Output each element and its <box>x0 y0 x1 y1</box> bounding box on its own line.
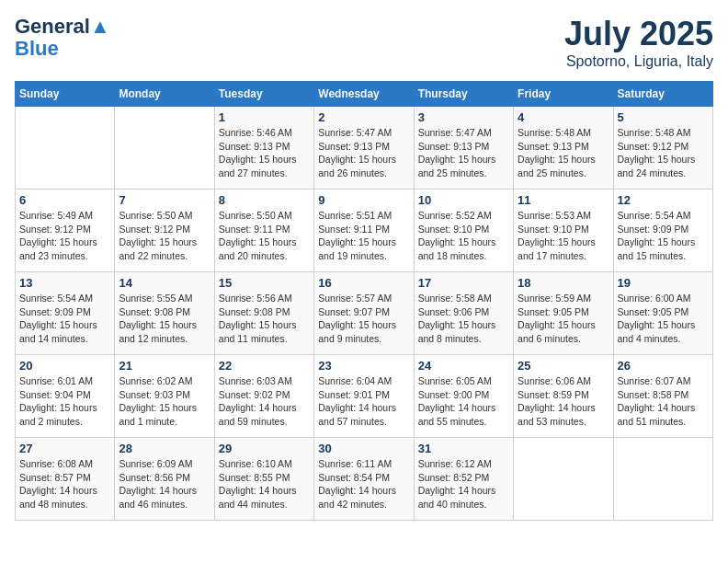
calendar-cell: 14Sunrise: 5:55 AMSunset: 9:08 PMDayligh… <box>115 272 214 355</box>
day-number: 19 <box>618 276 709 290</box>
day-info: Sunrise: 6:04 AMSunset: 9:01 PMDaylight:… <box>318 374 409 429</box>
day-info: Sunrise: 5:54 AMSunset: 9:09 PMDaylight:… <box>618 209 709 263</box>
day-info: Sunrise: 6:03 AMSunset: 9:02 PMDaylight:… <box>219 374 310 429</box>
calendar-cell: 29Sunrise: 6:10 AMSunset: 8:55 PMDayligh… <box>214 438 313 521</box>
calendar-cell: 3Sunrise: 5:47 AMSunset: 9:13 PMDaylight… <box>414 107 513 190</box>
day-number: 12 <box>618 193 709 207</box>
weekday-header-wednesday: Wednesday <box>314 82 414 107</box>
calendar-cell <box>16 107 115 190</box>
day-info: Sunrise: 5:50 AMSunset: 9:11 PMDaylight:… <box>219 209 310 263</box>
day-info: Sunrise: 6:07 AMSunset: 8:58 PMDaylight:… <box>618 374 709 429</box>
calendar-week-row: 1Sunrise: 5:46 AMSunset: 9:13 PMDaylight… <box>16 107 713 190</box>
calendar-week-row: 20Sunrise: 6:01 AMSunset: 9:04 PMDayligh… <box>16 355 713 438</box>
weekday-header-monday: Monday <box>115 82 214 107</box>
day-info: Sunrise: 6:01 AMSunset: 9:04 PMDaylight:… <box>19 374 110 429</box>
weekday-header-tuesday: Tuesday <box>214 82 313 107</box>
day-number: 27 <box>19 442 110 455</box>
day-number: 9 <box>318 193 409 207</box>
calendar-cell <box>613 438 712 521</box>
calendar-cell: 30Sunrise: 6:11 AMSunset: 8:54 PMDayligh… <box>314 438 414 521</box>
day-number: 24 <box>418 359 509 373</box>
calendar-cell: 1Sunrise: 5:46 AMSunset: 9:13 PMDaylight… <box>214 107 313 190</box>
calendar-cell: 18Sunrise: 5:59 AMSunset: 9:05 PMDayligh… <box>514 272 613 355</box>
day-info: Sunrise: 5:48 AMSunset: 9:12 PMDaylight:… <box>618 126 709 180</box>
day-info: Sunrise: 5:51 AMSunset: 9:11 PMDaylight:… <box>318 209 409 263</box>
calendar-cell: 31Sunrise: 6:12 AMSunset: 8:52 PMDayligh… <box>414 438 513 521</box>
day-info: Sunrise: 6:05 AMSunset: 9:00 PMDaylight:… <box>418 374 509 429</box>
day-info: Sunrise: 5:47 AMSunset: 9:13 PMDaylight:… <box>418 126 509 180</box>
calendar-cell <box>514 438 613 521</box>
weekday-header-thursday: Thursday <box>414 82 513 107</box>
day-info: Sunrise: 5:56 AMSunset: 9:08 PMDaylight:… <box>219 292 310 346</box>
day-info: Sunrise: 6:12 AMSunset: 8:52 PMDaylight:… <box>418 457 509 511</box>
day-number: 6 <box>19 193 110 207</box>
day-number: 25 <box>518 359 609 373</box>
day-number: 21 <box>119 359 210 373</box>
day-number: 5 <box>618 110 709 124</box>
day-number: 2 <box>318 110 409 124</box>
calendar-cell: 16Sunrise: 5:57 AMSunset: 9:07 PMDayligh… <box>314 272 414 355</box>
calendar-cell: 22Sunrise: 6:03 AMSunset: 9:02 PMDayligh… <box>214 355 313 438</box>
day-info: Sunrise: 5:46 AMSunset: 9:13 PMDaylight:… <box>219 126 310 180</box>
weekday-header-sunday: Sunday <box>16 82 115 107</box>
day-number: 30 <box>318 442 409 455</box>
calendar-cell: 9Sunrise: 5:51 AMSunset: 9:11 PMDaylight… <box>314 190 414 272</box>
calendar-cell: 25Sunrise: 6:06 AMSunset: 8:59 PMDayligh… <box>514 355 613 438</box>
calendar-cell: 24Sunrise: 6:05 AMSunset: 9:00 PMDayligh… <box>414 355 513 438</box>
calendar-cell: 8Sunrise: 5:50 AMSunset: 9:11 PMDaylight… <box>214 190 313 272</box>
day-info: Sunrise: 6:10 AMSunset: 8:55 PMDaylight:… <box>219 457 310 511</box>
day-number: 26 <box>618 359 709 373</box>
day-info: Sunrise: 6:00 AMSunset: 9:05 PMDaylight:… <box>618 292 709 346</box>
calendar-cell: 11Sunrise: 5:53 AMSunset: 9:10 PMDayligh… <box>514 190 613 272</box>
day-number: 20 <box>19 359 110 373</box>
logo-subtext: Blue <box>15 39 110 59</box>
day-info: Sunrise: 6:02 AMSunset: 9:03 PMDaylight:… <box>119 374 210 429</box>
calendar-cell: 15Sunrise: 5:56 AMSunset: 9:08 PMDayligh… <box>214 272 313 355</box>
day-info: Sunrise: 6:06 AMSunset: 8:59 PMDaylight:… <box>518 374 609 429</box>
calendar-cell: 7Sunrise: 5:50 AMSunset: 9:12 PMDaylight… <box>115 190 214 272</box>
day-info: Sunrise: 5:47 AMSunset: 9:13 PMDaylight:… <box>318 126 409 180</box>
calendar-cell: 20Sunrise: 6:01 AMSunset: 9:04 PMDayligh… <box>16 355 115 438</box>
calendar-cell: 5Sunrise: 5:48 AMSunset: 9:12 PMDaylight… <box>613 107 712 190</box>
day-number: 7 <box>119 193 210 207</box>
day-number: 8 <box>219 193 310 207</box>
day-info: Sunrise: 5:58 AMSunset: 9:06 PMDaylight:… <box>418 292 509 346</box>
day-info: Sunrise: 5:55 AMSunset: 9:08 PMDaylight:… <box>119 292 210 346</box>
logo: General▲ Blue <box>15 15 110 59</box>
day-number: 3 <box>418 110 509 124</box>
calendar-cell: 28Sunrise: 6:09 AMSunset: 8:56 PMDayligh… <box>115 438 214 521</box>
calendar-cell: 26Sunrise: 6:07 AMSunset: 8:58 PMDayligh… <box>613 355 712 438</box>
calendar-cell: 27Sunrise: 6:08 AMSunset: 8:57 PMDayligh… <box>16 438 115 521</box>
logo-text: General▲ <box>15 15 110 39</box>
day-number: 13 <box>19 276 110 290</box>
calendar-cell: 13Sunrise: 5:54 AMSunset: 9:09 PMDayligh… <box>16 272 115 355</box>
calendar-cell: 2Sunrise: 5:47 AMSunset: 9:13 PMDaylight… <box>314 107 414 190</box>
day-number: 31 <box>418 442 509 455</box>
day-number: 10 <box>418 193 509 207</box>
day-info: Sunrise: 5:50 AMSunset: 9:12 PMDaylight:… <box>119 209 210 263</box>
day-number: 14 <box>119 276 210 290</box>
calendar-table: SundayMondayTuesdayWednesdayThursdayFrid… <box>15 81 713 521</box>
day-number: 1 <box>219 110 310 124</box>
day-info: Sunrise: 6:11 AMSunset: 8:54 PMDaylight:… <box>318 457 409 511</box>
calendar-cell: 21Sunrise: 6:02 AMSunset: 9:03 PMDayligh… <box>115 355 214 438</box>
calendar-cell: 23Sunrise: 6:04 AMSunset: 9:01 PMDayligh… <box>314 355 414 438</box>
day-info: Sunrise: 5:48 AMSunset: 9:13 PMDaylight:… <box>518 126 609 180</box>
day-number: 16 <box>318 276 409 290</box>
day-number: 4 <box>518 110 609 124</box>
weekday-header-row: SundayMondayTuesdayWednesdayThursdayFrid… <box>16 82 713 107</box>
calendar-cell: 4Sunrise: 5:48 AMSunset: 9:13 PMDaylight… <box>514 107 613 190</box>
day-info: Sunrise: 5:49 AMSunset: 9:12 PMDaylight:… <box>19 209 110 263</box>
weekday-header-saturday: Saturday <box>613 82 712 107</box>
calendar-week-row: 13Sunrise: 5:54 AMSunset: 9:09 PMDayligh… <box>16 272 713 355</box>
calendar-cell: 10Sunrise: 5:52 AMSunset: 9:10 PMDayligh… <box>414 190 513 272</box>
calendar-week-row: 6Sunrise: 5:49 AMSunset: 9:12 PMDaylight… <box>16 190 713 272</box>
day-number: 23 <box>318 359 409 373</box>
calendar-cell <box>115 107 214 190</box>
day-info: Sunrise: 5:57 AMSunset: 9:07 PMDaylight:… <box>318 292 409 346</box>
day-number: 22 <box>219 359 310 373</box>
day-info: Sunrise: 5:53 AMSunset: 9:10 PMDaylight:… <box>518 209 609 263</box>
calendar-cell: 12Sunrise: 5:54 AMSunset: 9:09 PMDayligh… <box>613 190 712 272</box>
calendar-cell: 19Sunrise: 6:00 AMSunset: 9:05 PMDayligh… <box>613 272 712 355</box>
calendar-cell: 17Sunrise: 5:58 AMSunset: 9:06 PMDayligh… <box>414 272 513 355</box>
